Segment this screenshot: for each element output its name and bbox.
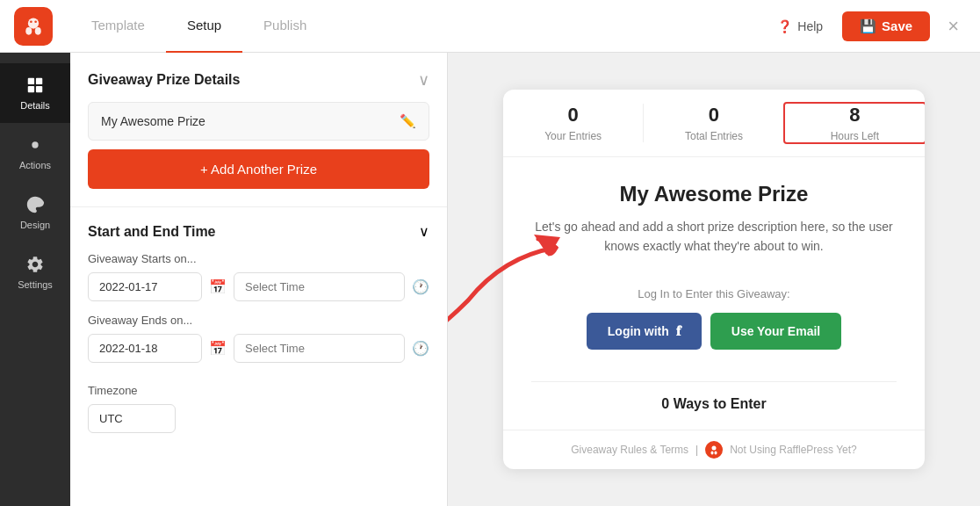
tab-setup[interactable]: Setup: [166, 0, 242, 53]
login-buttons: Login with 𝐟 Use Your Email: [531, 313, 897, 350]
right-panel: 0 Your Entries 0 Total Entries 8 Hours L…: [448, 53, 980, 506]
calendar-icon-end[interactable]: 📅: [209, 340, 227, 357]
prize-name: My Awesome Prize: [101, 114, 205, 128]
svg-point-13: [711, 452, 714, 455]
hours-left-label: Hours Left: [831, 130, 879, 142]
sidebar-item-design[interactable]: Design: [0, 183, 70, 242]
tab-template[interactable]: Template: [70, 0, 166, 53]
stats-bar: 0 Your Entries 0 Total Entries 8 Hours L…: [503, 90, 925, 157]
svg-point-0: [28, 18, 39, 28]
sidebar-item-actions[interactable]: Actions: [0, 123, 70, 183]
sidebar-label-settings: Settings: [18, 279, 53, 290]
sidebar-label-design: Design: [20, 220, 50, 230]
tab-publish[interactable]: Publish: [242, 0, 328, 53]
stat-hours-left: 8 Hours Left: [783, 102, 925, 144]
footer-cta[interactable]: Not Using RafflePress Yet?: [730, 444, 857, 456]
login-label: Log In to Enter this Giveaway:: [531, 287, 897, 300]
start-end-title: Start and End Time: [88, 224, 216, 240]
save-button[interactable]: 💾 Save: [842, 11, 930, 41]
sidebar: Details Actions Design Settings: [0, 53, 70, 506]
add-prize-button[interactable]: + Add Another Prize: [88, 149, 429, 189]
prize-preview-info: My Awesome Prize Let's go ahead and add …: [503, 157, 925, 274]
stat-total-entries: 0 Total Entries: [644, 104, 784, 142]
date-section: Giveaway Starts on... 📅 🕐 Giveaway Ends …: [70, 252, 447, 384]
start-end-chevron-icon: ∨: [419, 223, 429, 240]
starts-label: Giveaway Starts on...: [88, 252, 429, 265]
total-entries-label: Total Entries: [685, 130, 743, 142]
svg-point-2: [35, 26, 41, 34]
footer-rules-link[interactable]: Giveaway Rules & Terms: [571, 444, 688, 456]
sidebar-item-details[interactable]: Details: [0, 63, 70, 123]
preview-container: 0 Your Entries 0 Total Entries 8 Hours L…: [503, 90, 925, 470]
app-logo: [14, 7, 53, 46]
sidebar-label-details: Details: [20, 100, 50, 111]
total-entries-number: 0: [709, 104, 719, 126]
topbar: Template Setup Publish ❓ Help 💾 Save ×: [0, 0, 980, 53]
sidebar-item-settings[interactable]: Settings: [0, 242, 70, 302]
topbar-right: ❓ Help 💾 Save ×: [768, 11, 966, 41]
svg-rect-8: [36, 86, 42, 92]
help-icon: ❓: [777, 19, 792, 33]
clock-icon[interactable]: 🕐: [412, 278, 429, 295]
prize-preview-title: My Awesome Prize: [531, 182, 897, 206]
ends-time-input[interactable]: [234, 334, 405, 363]
svg-rect-7: [28, 86, 34, 92]
add-prize-label: + Add Another Prize: [200, 162, 317, 177]
help-button[interactable]: ❓ Help: [768, 14, 832, 39]
svg-point-1: [25, 26, 32, 34]
top-nav: Template Setup Publish: [70, 0, 768, 53]
your-entries-number: 0: [568, 104, 579, 126]
svg-point-3: [30, 20, 32, 23]
email-login-button[interactable]: Use Your Email: [710, 313, 841, 350]
footer-logo: [705, 441, 723, 459]
starts-date-input[interactable]: [88, 272, 202, 301]
svg-rect-6: [36, 78, 42, 84]
prize-preview-desc: Let's go ahead and add a short prize des…: [531, 217, 897, 257]
starts-date-row: 📅 🕐: [88, 272, 429, 301]
timezone-section: Timezone: [70, 384, 447, 447]
ends-date-row: 📅 🕐: [88, 334, 429, 363]
login-section: Log In to Enter this Giveaway: Login wit…: [503, 273, 925, 381]
prize-section-header[interactable]: Giveaway Prize Details ∨: [70, 53, 447, 102]
save-icon: 💾: [860, 18, 876, 34]
svg-point-12: [712, 446, 717, 451]
preview-card: 0 Your Entries 0 Total Entries 8 Hours L…: [503, 90, 925, 470]
your-entries-label: Your Entries: [544, 130, 602, 142]
timezone-label: Timezone: [88, 384, 429, 397]
edit-icon[interactable]: ✏️: [400, 113, 416, 129]
start-end-header[interactable]: Start and End Time ∨: [70, 207, 447, 252]
ends-label: Giveaway Ends on...: [88, 314, 429, 327]
close-button[interactable]: ×: [940, 11, 966, 41]
svg-point-9: [32, 141, 38, 148]
svg-rect-5: [28, 78, 34, 84]
sidebar-label-actions: Actions: [19, 160, 51, 170]
svg-point-14: [715, 452, 717, 455]
stat-your-entries: 0 Your Entries: [503, 104, 644, 142]
facebook-login-button[interactable]: Login with 𝐟: [587, 313, 702, 350]
prize-chevron-icon: ∨: [418, 70, 429, 90]
ways-divider: [531, 381, 897, 382]
timezone-input[interactable]: [88, 404, 176, 433]
login-with-text: Login with: [608, 324, 669, 338]
ends-date-input[interactable]: [88, 334, 202, 363]
footer-separator: |: [695, 444, 698, 456]
prize-section-title: Giveaway Prize Details: [88, 72, 240, 88]
calendar-icon[interactable]: 📅: [209, 278, 227, 295]
facebook-icon: 𝐟: [676, 323, 681, 339]
preview-footer: Giveaway Rules & Terms | Not Using Raffl…: [503, 430, 925, 469]
svg-point-4: [34, 20, 37, 23]
prize-list-item: My Awesome Prize ✏️: [88, 102, 429, 141]
ways-to-enter: 0 Ways to Enter: [503, 396, 925, 430]
main-layout: Details Actions Design Settings Giveaway…: [0, 53, 980, 506]
left-panel: Giveaway Prize Details ∨ My Awesome Priz…: [70, 53, 448, 506]
starts-time-input[interactable]: [234, 272, 405, 301]
hours-left-number: 8: [849, 104, 860, 126]
clock-icon-end[interactable]: 🕐: [412, 340, 429, 357]
